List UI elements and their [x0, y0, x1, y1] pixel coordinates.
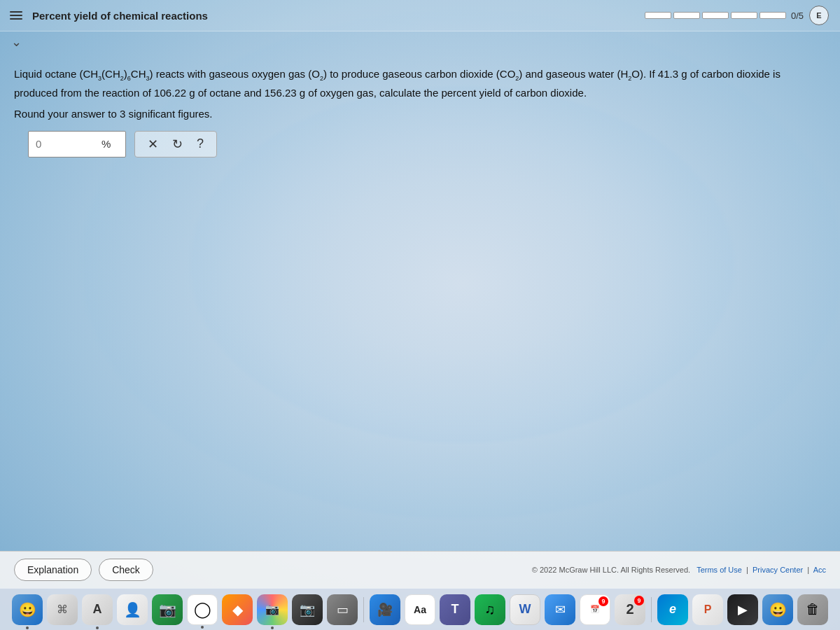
- mail-icon: ✉: [555, 602, 566, 617]
- round-note: Round your answer to 3 significant figur…: [14, 108, 826, 120]
- dock-item-finder[interactable]: 😀: [12, 594, 43, 625]
- rect-icon: ▭: [337, 602, 349, 617]
- o2-formula: (O2): [308, 68, 327, 80]
- teams-icon: T: [451, 602, 459, 617]
- dock-item-dictionary[interactable]: Aa: [405, 594, 435, 625]
- dock-item-textedit[interactable]: A: [82, 594, 113, 625]
- co2-formula: (CO2): [496, 68, 523, 80]
- problem-statement: Liquid octane (CH3(CH2)6CH3) reacts with…: [14, 65, 826, 102]
- intro-text: Liquid octane: [14, 68, 79, 80]
- acc-link[interactable]: Acc: [813, 566, 826, 574]
- trash-icon: 🗑: [806, 601, 820, 617]
- answer-input-wrapper[interactable]: %: [28, 131, 126, 158]
- macos-dock: 😀 ⌘ A 👤 📷 ◯ ◆ 📷 📷 ▭ 🎥: [0, 588, 840, 630]
- answer-input[interactable]: [36, 138, 99, 150]
- dock-item-mail[interactable]: ✉: [545, 594, 575, 625]
- edge-icon: e: [669, 602, 676, 617]
- copyright-area: © 2022 McGraw Hill LLC. All Rights Reser…: [532, 566, 826, 574]
- dock-item-photos[interactable]: 📷: [257, 594, 288, 625]
- powerpoint-icon: P: [704, 603, 712, 616]
- octane-formula: (CH3(CH2)6CH3): [79, 68, 155, 80]
- undo-button[interactable]: ↻: [171, 135, 184, 153]
- dock-separator-2: [651, 597, 652, 622]
- progress-seg-5: [760, 12, 786, 19]
- progress-count: 0/5: [791, 10, 804, 21]
- dock-item-screenshot[interactable]: 📷: [292, 594, 323, 625]
- dock-item-calendar[interactable]: 📅 9: [580, 594, 610, 625]
- calendar-badge: 9: [598, 596, 608, 606]
- and-text: and gaseous water: [526, 68, 617, 80]
- clear-icon: ✕: [148, 136, 158, 152]
- dock-item-rect[interactable]: ▭: [327, 594, 358, 625]
- hamburger-menu-icon[interactable]: [7, 8, 25, 22]
- dock-item-launchpad[interactable]: ⌘: [47, 594, 78, 625]
- chrome-icon: ◯: [194, 601, 211, 619]
- header-right: 0/5 E: [645, 6, 829, 25]
- finder-icon: 😀: [19, 601, 36, 618]
- dock-item-spotify[interactable]: ♫: [475, 594, 505, 625]
- dock-item-finder2[interactable]: 😀: [762, 594, 793, 625]
- progress-seg-4: [731, 12, 757, 19]
- h2o-formula: (H2O).: [617, 68, 646, 80]
- textedit-icon: A: [93, 602, 102, 617]
- dock-item-word[interactable]: W: [510, 594, 540, 625]
- photos-icon: 📷: [265, 603, 279, 616]
- dock-item-num2[interactable]: 2 9: [615, 594, 645, 625]
- bottom-left-buttons: Explanation Check: [14, 559, 153, 581]
- dock-item-trash[interactable]: 🗑: [797, 594, 828, 625]
- finder2-icon: 😀: [769, 601, 787, 618]
- chevron-down-icon[interactable]: ⌄: [11, 35, 22, 49]
- dock-item-quicktime[interactable]: ▶: [727, 594, 758, 625]
- spotify-icon: ♫: [485, 601, 496, 617]
- expand-button[interactable]: E: [809, 6, 829, 25]
- header: Percent yield of chemical reactions 0/5 …: [0, 0, 840, 31]
- terms-link[interactable]: Terms of Use: [696, 566, 742, 574]
- dock-item-chrome[interactable]: ◯: [187, 594, 218, 625]
- header-left: Percent yield of chemical reactions: [7, 8, 208, 22]
- problem-area: Liquid octane (CH3(CH2)6CH3) reacts with…: [0, 52, 840, 177]
- dock-separator: [363, 597, 364, 622]
- undo-icon: ↻: [172, 136, 183, 152]
- quicktime-icon: ▶: [738, 602, 748, 617]
- action-buttons-box: ✕ ↻ ?: [134, 131, 217, 158]
- calendar-icon: 📅: [590, 605, 600, 614]
- num2-badge: 9: [634, 596, 644, 606]
- dock-item-powerpoint[interactable]: P: [692, 594, 723, 625]
- screenshot-icon: 📷: [300, 602, 315, 617]
- dictionary-icon: Aa: [414, 604, 426, 615]
- word-icon: W: [519, 602, 531, 617]
- dock-item-zoom[interactable]: 🎥: [370, 594, 400, 625]
- launchpad-icon: ⌘: [57, 603, 68, 616]
- help-button[interactable]: ?: [195, 135, 205, 153]
- progress-seg-1: [645, 12, 671, 19]
- progress-indicator: 0/5: [645, 10, 804, 21]
- percent-symbol: %: [102, 138, 111, 150]
- num2-icon: 2: [626, 601, 634, 617]
- progress-seg-3: [702, 12, 729, 19]
- privacy-link[interactable]: Privacy Center: [752, 566, 803, 574]
- chevron-row: ⌄: [0, 31, 840, 52]
- progress-seg-2: [673, 12, 700, 19]
- check-button[interactable]: Check: [99, 559, 153, 581]
- dock-item-contacts[interactable]: 👤: [117, 594, 148, 625]
- contacts-icon: 👤: [124, 601, 141, 618]
- facetime-icon: 📷: [159, 601, 176, 618]
- clear-button[interactable]: ✕: [146, 135, 160, 153]
- dock-item-app1[interactable]: ◆: [222, 594, 253, 625]
- dock-item-facetime[interactable]: 📷: [152, 594, 183, 625]
- reacts-text: reacts with gaseous oxygen gas: [156, 68, 309, 80]
- app1-icon: ◆: [232, 601, 243, 618]
- page-title: Percent yield of chemical reactions: [32, 10, 208, 22]
- answer-row: % ✕ ↻ ?: [14, 131, 826, 158]
- zoom-icon: 🎥: [377, 602, 393, 617]
- bottom-bar: Explanation Check © 2022 McGraw Hill LLC…: [0, 551, 840, 588]
- produce-text: to produce gaseous carbon dioxide: [330, 68, 496, 80]
- dock-item-edge[interactable]: e: [657, 594, 688, 625]
- explanation-button[interactable]: Explanation: [14, 559, 92, 581]
- copyright-text: © 2022 McGraw Hill LLC. All Rights Reser…: [532, 566, 690, 574]
- dock-item-teams[interactable]: T: [440, 594, 470, 625]
- help-icon: ?: [197, 136, 204, 151]
